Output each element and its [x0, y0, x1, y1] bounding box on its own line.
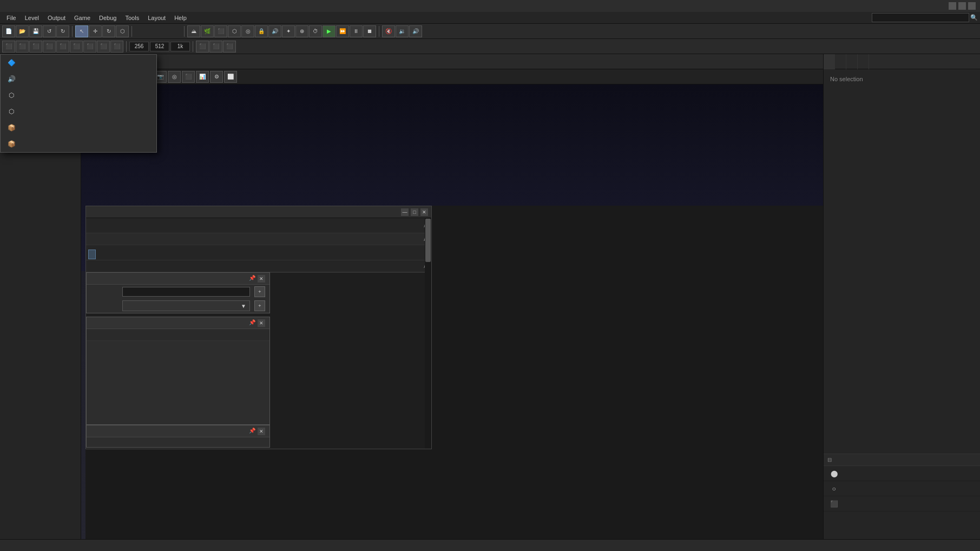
search-close-button[interactable]: ✕ [258, 275, 265, 283]
sound-button[interactable]: 🔊 [268, 25, 281, 37]
search-find-button[interactable]: + [254, 286, 265, 297]
empty-icon: ⬡ [7, 107, 16, 116]
breakpoints-close-button[interactable]: ✕ [258, 428, 265, 435]
particle-button[interactable]: ✦ [282, 25, 295, 37]
results-pin-icon[interactable]: 📌 [249, 319, 255, 327]
tb2-btn-7[interactable]: ⬛ [83, 41, 96, 53]
pause-button[interactable]: ⏸ [350, 25, 363, 37]
search-pin-icon[interactable]: 📌 [249, 275, 255, 283]
menu-game[interactable]: Game [70, 12, 95, 24]
audio-max-button[interactable]: 🔊 [409, 25, 422, 37]
menu-tools[interactable]: Tools [121, 12, 143, 24]
vp-fullscreen-btn[interactable]: ⬜ [224, 71, 237, 83]
items-list-disc[interactable]: ○ [823, 481, 980, 496]
flow-panel-maximize[interactable]: □ [411, 208, 418, 216]
menu-layout[interactable]: Layout [143, 12, 170, 24]
search-lookin-button[interactable]: + [254, 300, 265, 311]
physics-button[interactable]: ◎ [241, 25, 254, 37]
top-search-input[interactable] [872, 13, 969, 22]
dropdown-item-legacy[interactable]: 📦 [1, 120, 156, 136]
maximize-button[interactable] [958, 2, 966, 10]
vp-settings-btn[interactable]: ⚙ [210, 71, 223, 83]
redo-button[interactable]: ↻ [56, 25, 69, 37]
dropdown-item-components[interactable]: ⬡ [1, 87, 156, 103]
grid-x-input[interactable] [129, 42, 149, 51]
play-button[interactable]: ▶ [323, 25, 336, 37]
toolbar-edit-group: ↖ ✛ ↻ ⬡ [75, 25, 129, 37]
minimize-button[interactable] [949, 2, 956, 10]
grid-z-input[interactable] [170, 42, 190, 51]
items-list-stair[interactable]: ⬛ [823, 496, 980, 511]
open-button[interactable]: 📂 [16, 25, 29, 37]
tb2-btn-4[interactable]: ⬛ [43, 41, 56, 53]
tb2-btn-2[interactable]: ⬛ [16, 41, 29, 53]
collision-button[interactable]: 🔒 [255, 25, 268, 37]
tb2-btn-6[interactable]: ⬛ [70, 41, 83, 53]
results-close-button[interactable]: ✕ [258, 319, 265, 327]
search-find-input[interactable] [122, 287, 250, 297]
save-button[interactable]: 💾 [29, 25, 42, 37]
select-button[interactable]: ↖ [75, 25, 88, 37]
menu-file[interactable]: File [2, 12, 21, 24]
gizmo-button[interactable]: ⊕ [295, 25, 308, 37]
vp-render-btn[interactable]: ⬛ [182, 71, 195, 83]
viewport-header: ◀ ▶ ▶▶ [81, 54, 823, 69]
breakpoints-panel: 📌 ✕ [86, 425, 270, 448]
tab-vegetation-editor[interactable] [858, 54, 869, 69]
close-button[interactable] [968, 2, 976, 10]
tb2-btn-8[interactable]: ⬛ [97, 41, 110, 53]
items-list-cylinder[interactable]: ⬤ [823, 466, 980, 481]
tb2-btn-1[interactable]: ⬛ [2, 41, 15, 53]
simulate-button[interactable]: ⏩ [336, 25, 349, 37]
toolbar-view-group: ⛰ 🌿 ⬛ ⬡ ◎ 🔒 🔊 ✦ ⊕ ⏱ ▶ ⏩ ⏸ ⏹ [187, 25, 376, 37]
stop-button[interactable]: ⏹ [363, 25, 376, 37]
grass-button[interactable]: 🌿 [201, 25, 214, 37]
terrain-button[interactable]: ⛰ [187, 25, 200, 37]
vp-stats-btn[interactable]: 📊 [196, 71, 209, 83]
tab-terrain-editor[interactable] [846, 54, 858, 69]
search-lookin-row: ▼ + [87, 299, 269, 313]
flow-panel-minimize[interactable]: — [401, 208, 409, 216]
time-button[interactable]: ⏱ [309, 25, 322, 37]
menu-level[interactable]: Level [21, 12, 43, 24]
tb2-extra-1[interactable]: ⬛ [196, 41, 209, 53]
tb2-btn-9[interactable]: ⬛ [110, 41, 123, 53]
flow-panel-close[interactable]: ✕ [420, 208, 428, 216]
audio-icon: 🔊 [7, 75, 16, 83]
dropdown-item-audio[interactable]: 🔊 [1, 71, 156, 87]
audio-vol-button[interactable]: 🔉 [396, 25, 409, 37]
search-lookin-chevron: ▼ [241, 303, 246, 309]
breakpoints-pin-icon[interactable]: 📌 [249, 428, 255, 435]
dropdown-item-staticmesh[interactable]: 📦 [1, 136, 156, 152]
flow-tab-clientserver[interactable] [108, 250, 115, 259]
vp-display-btn[interactable]: ◎ [168, 71, 181, 83]
new-button[interactable]: 📄 [2, 25, 15, 37]
menu-debug[interactable]: Debug [95, 12, 121, 24]
scale-button[interactable]: ⬡ [116, 25, 129, 37]
flow-tab-properties[interactable] [88, 250, 96, 259]
search-results-controls: 📌 ✕ [249, 319, 265, 327]
flow-tab-multiplayer[interactable] [98, 250, 106, 259]
rotate-button[interactable]: ↻ [102, 25, 115, 37]
wire-button[interactable]: ⬡ [228, 25, 241, 37]
undo-button[interactable]: ↺ [43, 25, 56, 37]
search-lookin-dropdown[interactable]: ▼ [122, 300, 250, 311]
menu-output[interactable]: Output [43, 12, 70, 24]
audio-mute-button[interactable]: 🔇 [382, 25, 395, 37]
tb2-extra-2[interactable]: ⬛ [209, 41, 222, 53]
tb2-extra-3[interactable]: ⬛ [223, 41, 236, 53]
dropdown-item-archetype[interactable]: 🔷 [1, 55, 156, 71]
tab-properties[interactable] [824, 54, 835, 69]
move-button[interactable]: ✛ [89, 25, 102, 37]
graph-tokens-header: ∧ [86, 260, 431, 272]
items-list: ⊟ ⬤ ○ ⬛ [823, 454, 980, 551]
menu-help[interactable]: Help [170, 12, 191, 24]
tab-level-settings[interactable] [835, 54, 846, 69]
tb2-btn-3[interactable]: ⬛ [29, 41, 42, 53]
tb2-btn-5[interactable]: ⬛ [56, 41, 69, 53]
flow-panel-scrollbar[interactable] [425, 218, 431, 449]
dropdown-item-empty[interactable]: ⬡ [1, 103, 156, 120]
solid-button[interactable]: ⬛ [214, 25, 227, 37]
scrollbar-thumb[interactable] [425, 219, 431, 262]
grid-y-input[interactable] [150, 42, 169, 51]
